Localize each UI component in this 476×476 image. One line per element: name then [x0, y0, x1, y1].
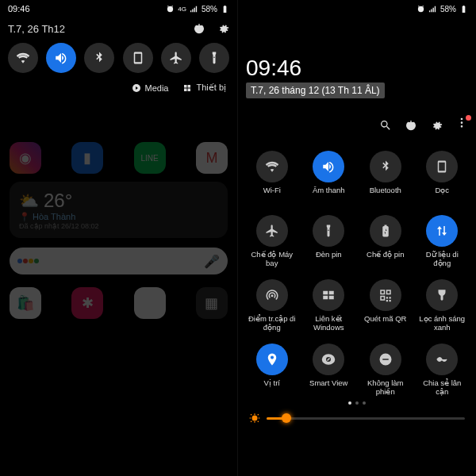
battery-mode-icon: [378, 224, 393, 238]
bluetooth-icon: [92, 51, 106, 65]
qs-tile-battery-mode[interactable]: Chế độ pin: [359, 215, 412, 268]
nearby-share-icon: [435, 352, 449, 367]
qs-tile-rotation[interactable]: Dọc: [416, 151, 469, 204]
qs-tile-label: Đèn pin: [316, 251, 342, 268]
qs-sound[interactable]: [46, 43, 76, 73]
devices-button[interactable]: Thiết bị: [182, 83, 226, 93]
grid-icon: [182, 83, 192, 93]
status-bar-right: 58%: [238, 0, 476, 17]
panel-date-full[interactable]: T.7, 26 tháng 12 (13 Th 11 ÂL): [246, 83, 385, 98]
airplane-icon: [169, 51, 183, 65]
location-icon: [265, 352, 279, 367]
qs-tile-label: Lọc ánh sáng xanh: [416, 315, 469, 332]
qs-tile-label: Vị trí: [264, 379, 280, 397]
qs-tile-bluetooth[interactable]: Bluetooth: [359, 151, 412, 204]
media-button[interactable]: Media: [132, 83, 169, 93]
qs-tile-link-windows[interactable]: Liên kết Windows: [303, 279, 355, 332]
battery-text: 58%: [202, 5, 217, 13]
qs-rotation[interactable]: [123, 43, 153, 73]
qs-tile-label: Chế độ Máy bay: [246, 251, 298, 268]
quick-panel-expanded: 09:46 T.7, 26 tháng 12 (13 Th 11 ÂL) Wi-…: [238, 17, 476, 476]
qs-tile-qr-scan[interactable]: Quét mã QR: [359, 279, 412, 332]
sound-icon: [54, 51, 68, 65]
battery-text-right: 58%: [440, 5, 456, 13]
bluetooth-icon: [378, 159, 393, 174]
qs-flashlight[interactable]: [199, 43, 229, 73]
flashlight-icon: [321, 224, 336, 238]
dnd-icon: [378, 352, 393, 367]
pager-dots: [246, 401, 468, 405]
home-screen-dimmed: ◉ ▮ LINE M ⛅ 26° 📍 Hòa Thành Đã cập nhật…: [0, 131, 237, 476]
status-time: 09:46: [8, 4, 30, 13]
phone-right: 58% 09:46 T.7, 26 tháng 12 (13 Th 11 ÂL)…: [238, 0, 476, 476]
qs-tile-label: Dọc: [435, 186, 449, 204]
wifi-icon: [265, 159, 279, 174]
qs-wifi[interactable]: [8, 43, 38, 73]
hotspot-icon: [265, 288, 279, 302]
qs-tile-label: Liên kết Windows: [303, 315, 355, 332]
qs-bluetooth[interactable]: [84, 43, 114, 73]
qs-tile-airplane[interactable]: Chế độ Máy bay: [246, 215, 298, 268]
slider-track[interactable]: [267, 417, 465, 420]
quick-settings-row: [8, 43, 229, 73]
qs-tile-dnd[interactable]: Không làm phiền: [359, 344, 412, 397]
search-icon[interactable]: [379, 119, 392, 132]
signal-icon: [190, 5, 198, 13]
status-indicators-right: 58%: [416, 5, 468, 13]
qs-tile-location[interactable]: Vị trí: [246, 344, 298, 397]
qs-tile-label: Wi-Fi: [263, 186, 281, 204]
sun-icon: [249, 413, 260, 424]
qs-tile-blue-light[interactable]: Lọc ánh sáng xanh: [416, 279, 469, 332]
qs-tile-label: Chia sẻ lân cận: [416, 379, 469, 397]
weather-temp: 26°: [44, 190, 72, 212]
qs-tile-nearby-share[interactable]: Chia sẻ lân cận: [416, 344, 469, 397]
alarm-icon: [416, 5, 425, 13]
weather-updated: Đã cập nhật 26/12 08:02: [19, 222, 218, 230]
sound-icon: [321, 159, 336, 174]
qs-tile-wifi[interactable]: Wi-Fi: [246, 151, 298, 204]
weather-location: Hòa Thành: [33, 212, 75, 221]
qs-tile-smart-view[interactable]: Smart View: [303, 344, 355, 397]
airplane-icon: [265, 224, 279, 238]
brightness-slider[interactable]: [246, 413, 468, 424]
gear-icon[interactable]: [430, 119, 443, 132]
phone-left: 09:46 4G 58% T.7, 26 Th12: [0, 0, 238, 476]
flashlight-icon: [207, 51, 221, 65]
alarm-icon: [166, 5, 175, 13]
qs-tile-label: Dữ liệu di động: [416, 251, 469, 268]
power-icon[interactable]: [405, 119, 417, 132]
quick-settings-grid: Wi-FiÂm thanhBluetoothDọcChế độ Máy bayĐ…: [246, 151, 468, 397]
qs-tile-label: Smart View: [309, 379, 347, 397]
qs-tile-label: Điểm tr.cập di động: [246, 315, 298, 332]
status-bar: 09:46 4G 58%: [0, 0, 237, 17]
qs-tile-label: Quét mã QR: [364, 315, 406, 332]
signal-icon: [428, 5, 437, 13]
link-windows-icon: [321, 288, 336, 302]
qs-tile-label: Âm thanh: [313, 186, 345, 204]
panel-date: T.7, 26 Th12: [8, 23, 65, 35]
blue-light-icon: [435, 288, 449, 302]
qs-tile-label: Chế độ pin: [367, 251, 404, 268]
qs-airplane[interactable]: [161, 43, 191, 73]
gear-icon[interactable]: [217, 22, 229, 35]
wifi-icon: [16, 51, 30, 65]
battery-icon: [459, 5, 468, 13]
qs-tile-label: Bluetooth: [370, 186, 401, 204]
qs-tile-flashlight[interactable]: Đèn pin: [303, 215, 355, 268]
qs-tile-label: Không làm phiền: [359, 379, 412, 397]
panel-clock: 09:46: [246, 56, 468, 81]
more-icon: [455, 117, 468, 130]
more-button[interactable]: [455, 117, 468, 133]
power-icon[interactable]: [193, 22, 205, 35]
google-search-bar[interactable]: 🎤: [10, 248, 228, 274]
battery-icon: [221, 5, 229, 13]
mobile-data-icon: [435, 224, 449, 238]
qr-scan-icon: [378, 288, 393, 302]
qs-tile-hotspot[interactable]: Điểm tr.cập di động: [246, 279, 298, 332]
notification-shade: T.7, 26 Th12 Media Thiết bị: [0, 17, 237, 102]
rotation-icon: [435, 159, 449, 174]
play-icon: [132, 83, 141, 93]
media-label: Media: [145, 83, 169, 93]
qs-tile-sound[interactable]: Âm thanh: [303, 151, 355, 204]
qs-tile-mobile-data[interactable]: Dữ liệu di động: [416, 215, 469, 268]
